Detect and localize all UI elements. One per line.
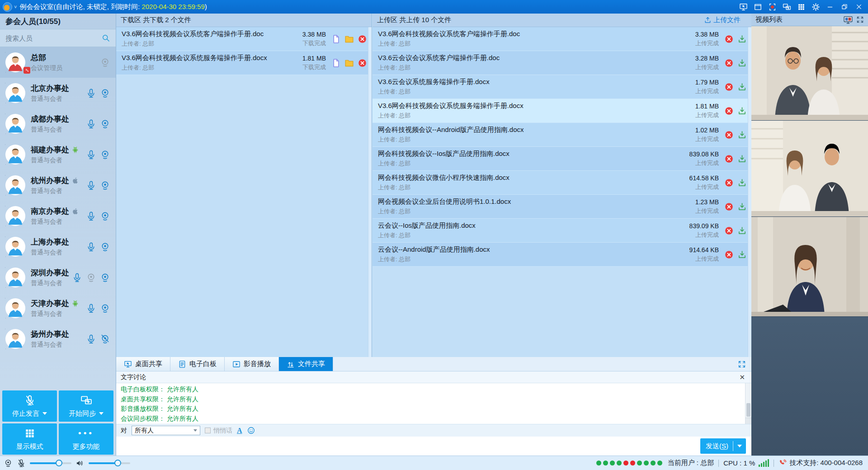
download-icon[interactable] (737, 226, 747, 235)
download-icon[interactable] (737, 250, 747, 259)
camera-icon[interactable] (100, 150, 110, 160)
search-input[interactable] (5, 34, 101, 42)
download-icon[interactable] (737, 130, 747, 140)
camera-icon[interactable] (100, 180, 110, 191)
record-icon[interactable] (766, 1, 778, 12)
fullscreen-expand-icon[interactable] (732, 357, 751, 371)
mic-volume-slider[interactable] (30, 462, 71, 464)
upload-scrollbar[interactable] (748, 27, 751, 357)
download-scrollbar[interactable] (368, 27, 372, 357)
recipient-select[interactable]: 所有人 (132, 426, 200, 435)
delete-icon[interactable] (724, 106, 734, 116)
camera-icon[interactable] (100, 242, 110, 252)
upload-file-row[interactable]: 网会视频会议企业后台使用说明书1.0.1.docx上传者: 总部 1.23 MB… (373, 195, 751, 219)
mic-icon[interactable] (86, 211, 96, 221)
delete-icon[interactable] (724, 226, 734, 235)
download-icon[interactable] (737, 58, 747, 68)
download-icon[interactable] (737, 202, 747, 212)
mic-muted-icon[interactable] (17, 459, 26, 468)
emoji-icon[interactable] (247, 426, 255, 435)
sync-screens-icon[interactable] (780, 1, 793, 12)
participant-row[interactable]: 福建办事处普通与会者 (0, 139, 116, 170)
tab-file-share[interactable]: 文件共享 (279, 357, 333, 371)
upload-file-link[interactable]: 上传文件 (704, 16, 741, 24)
mic-icon[interactable] (72, 273, 82, 283)
delete-icon[interactable] (724, 178, 734, 188)
download-icon[interactable] (737, 106, 747, 116)
stop-speaking-button[interactable]: 停止发言 (2, 390, 57, 422)
tab-whiteboard[interactable]: 电子白板 (170, 357, 225, 371)
video-thumbnail[interactable] (751, 26, 868, 121)
delete-icon[interactable] (724, 250, 734, 259)
minimize-button[interactable] (824, 1, 836, 12)
upload-file-row[interactable]: 网会科技视频会议微信小程序快速指南.docx上传者: 总部 614.58 KB上… (373, 171, 751, 195)
participant-row[interactable]: 总部会议管理员 (0, 47, 116, 78)
upload-file-row[interactable]: 云会议--Ios版产品使用指南.docx上传者: 总部 839.09 KB上传完… (373, 219, 751, 243)
camera-icon[interactable] (100, 273, 110, 283)
upload-file-row[interactable]: V3.6云会议会议系统客户端操作手册.doc上传者: 总部 3.28 MB上传完… (373, 51, 751, 75)
delete-icon[interactable] (724, 82, 734, 92)
close-button[interactable] (853, 1, 865, 12)
display-mode-button[interactable]: 显示模式 (2, 423, 57, 455)
participant-row[interactable]: 南京办事处普通与会者 (0, 201, 116, 231)
download-icon[interactable] (737, 154, 747, 164)
camera-off-icon[interactable] (100, 334, 110, 344)
open-file-icon[interactable] (331, 34, 341, 44)
whisper-checkbox[interactable] (205, 428, 211, 433)
screen-layout-icon[interactable] (843, 15, 853, 25)
mic-icon[interactable] (86, 150, 96, 160)
remote-desktop-icon[interactable] (737, 1, 750, 12)
settings-gear-icon[interactable] (809, 1, 822, 12)
more-functions-button[interactable]: ••• 更多功能 (59, 423, 113, 455)
upload-file-row[interactable]: 云会议--Android版产品使用指南.docx上传者: 总部 914.64 K… (373, 243, 751, 267)
download-file-row[interactable]: V3.6网会科技视频会议系统客户端操作手册.doc上传者: 总部 3.38 MB… (116, 27, 372, 51)
delete-icon[interactable] (724, 130, 734, 140)
chat-scrollbar[interactable] (745, 383, 751, 424)
open-folder-icon[interactable] (344, 34, 354, 44)
mic-icon[interactable] (86, 242, 96, 252)
camera-icon[interactable] (100, 211, 110, 221)
delete-icon[interactable] (724, 154, 734, 164)
close-chat-icon[interactable]: ✕ (737, 373, 747, 381)
delete-icon[interactable] (358, 58, 367, 68)
mic-icon[interactable] (86, 119, 96, 129)
send-options-caret-icon[interactable] (733, 445, 746, 447)
camera-status-icon[interactable] (4, 459, 13, 468)
chat-input-area[interactable]: 发送(S) (116, 437, 751, 456)
send-button[interactable]: 发送(S) (700, 438, 746, 454)
delete-icon[interactable] (724, 34, 734, 44)
speaker-volume-slider[interactable] (89, 462, 130, 464)
tab-media-play[interactable]: 影音播放 (225, 357, 279, 371)
participant-row[interactable]: 上海办事处普通与会者 (0, 231, 116, 262)
upload-file-row[interactable]: V3.6网会科技视频会议系统客户端操作手册.doc上传者: 总部 3.38 MB… (373, 27, 751, 51)
expand-videos-icon[interactable] (856, 16, 864, 24)
participant-row[interactable]: 成都办事处普通与会者 (0, 108, 116, 139)
open-file-icon[interactable] (331, 58, 341, 68)
download-file-row[interactable]: V3.6网会科技视频会议系统服务端操作手册.docx上传者: 总部 1.81 M… (116, 51, 372, 75)
upload-file-row[interactable]: V3.6云会议系统服务端操作手册.docx上传者: 总部 1.79 MB上传完成 (373, 75, 751, 99)
upload-file-row[interactable]: 网会科技视频会议--Ios版产品使用指南.docx上传者: 总部 839.08 … (373, 147, 751, 171)
participant-row[interactable]: 天津办事处普通与会者 (0, 293, 116, 324)
font-style-button[interactable]: A (237, 427, 242, 435)
start-sync-button[interactable]: 开始同步 (59, 390, 113, 422)
participant-row[interactable]: 扬州办事处普通与会者 (0, 324, 116, 354)
tab-desktop-share[interactable]: 桌面共享 (116, 357, 170, 371)
participant-row[interactable]: 北京办事处普通与会者 (0, 78, 116, 108)
video-thumbnail[interactable] (751, 121, 868, 217)
mic-icon[interactable] (86, 88, 96, 99)
camera-icon[interactable] (100, 303, 110, 314)
mic-icon[interactable] (86, 303, 96, 314)
search-icon[interactable] (101, 33, 110, 42)
download-icon[interactable] (737, 178, 747, 188)
camera-icon[interactable] (100, 119, 110, 129)
dropdown-caret-icon[interactable] (99, 412, 104, 415)
delete-icon[interactable] (724, 58, 734, 68)
download-icon[interactable] (737, 34, 747, 44)
delete-icon[interactable] (358, 34, 367, 44)
camera-icon[interactable] (100, 88, 110, 99)
camera-disabled-icon[interactable] (86, 273, 96, 283)
mic-icon[interactable] (86, 334, 96, 344)
open-folder-icon[interactable] (344, 58, 354, 68)
upload-file-row[interactable]: 网会科技视频会议--Android版产品使用指南.docx上传者: 总部 1.0… (373, 123, 751, 147)
participant-search[interactable] (0, 29, 116, 47)
